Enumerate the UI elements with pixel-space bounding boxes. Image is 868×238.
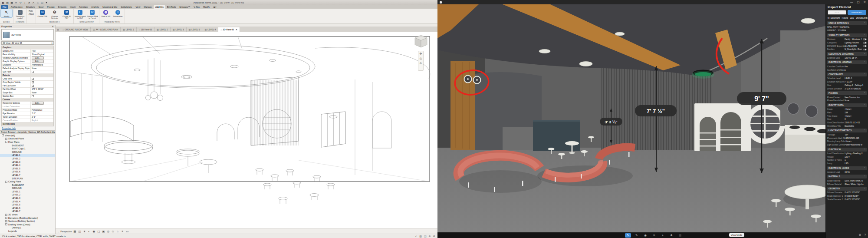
rendering-icon[interactable]: ◉ [92, 230, 95, 233]
analysis-icon[interactable]: ▭ [125, 230, 129, 233]
measure-icon[interactable]: ⌀ [27, 1, 31, 5]
thin-lines-icon[interactable]: ≡ [121, 230, 124, 233]
pan-icon[interactable]: ✥ [420, 52, 422, 56]
view-tab-level-2[interactable]: ▦LEVEL 2 [155, 27, 171, 32]
property-value[interactable]: Perspective [30, 109, 53, 112]
property-value[interactable]: 2' 6" [30, 116, 53, 119]
tree-item-level-4[interactable]: LEVEL 4 [0, 200, 55, 203]
tree-item-level-3[interactable]: LEVEL 3 [0, 160, 55, 164]
settings-icon[interactable]: ⚙ [433, 235, 435, 238]
checkbox-checked[interactable]: ✓ [32, 85, 34, 87]
minimize-icon[interactable]: — [850, 0, 853, 4]
measurement-label[interactable]: 3' 3 ¼" [605, 120, 618, 124]
ribbon-tab-steel[interactable]: Steel [37, 5, 46, 9]
property-value[interactable]: ✓ [30, 77, 53, 80]
create-3d-pdf-button[interactable]: 3DCreate 3D PDF [61, 9, 72, 20]
draw-tool-icon[interactable]: ✎ [625, 233, 631, 238]
inspect-section-light-photometrics[interactable]: LIGHT PHOTOMETRICS⌃ [827, 129, 867, 132]
tree-item-level-2[interactable]: LEVEL 2 [0, 193, 55, 197]
default-3d-view-icon[interactable]: ⌂ [36, 1, 39, 5]
ribbon-tab-precast[interactable]: Precast [45, 5, 56, 9]
tree-item-bsmt-copy-1[interactable]: BSMT Copy 1 [0, 147, 55, 150]
measurement-label[interactable]: 7' 7 ½" [647, 108, 665, 114]
close-icon[interactable]: ✕ [864, 0, 866, 4]
ribbon-tab-insert[interactable]: Insert [68, 5, 77, 9]
tree-item-level-5[interactable]: LEVEL 5 [0, 203, 55, 206]
design-options-icon[interactable]: ◫ [424, 235, 427, 238]
worksets-icon[interactable]: ▧ [419, 235, 422, 238]
inspect-section-electrical-lighting[interactable]: ELECTRICAL LIGHTING⌃ [827, 60, 867, 64]
expand-icon[interactable]: + [5, 217, 7, 219]
view-scale-label[interactable]: Perspective [60, 230, 72, 233]
crop-view-icon[interactable]: ▢ [97, 230, 100, 233]
property-value[interactable] [30, 105, 53, 108]
viewpoint-tool-icon[interactable]: ⌖ [660, 233, 666, 238]
section-icon[interactable]: ◫ [40, 1, 44, 5]
tree-item-drafting-views-detail-[interactable]: -Drafting Views (Detail) [0, 223, 55, 226]
view-tab-level-1[interactable]: ▦LEVEL 1 [121, 27, 137, 32]
inspect-section-phasing[interactable]: PHASING⌃ [827, 91, 867, 95]
collapse-icon[interactable]: - [5, 141, 7, 143]
revit-canvas[interactable]: ✥ ◎ ⊕ [56, 32, 437, 228]
sun-settings-icon[interactable]: ☀ [82, 230, 86, 233]
property-value[interactable] [30, 70, 53, 73]
tree-item-level-6[interactable]: LEVEL 6 [0, 206, 55, 210]
property-value[interactable]: 176' 4 63/64" [30, 88, 53, 91]
ribbon-tab-collaborate[interactable]: Collaborate [119, 5, 134, 9]
settings-gear-icon[interactable]: ⚙ [859, 233, 861, 237]
collapse-icon[interactable]: - [2, 134, 4, 136]
tree-item-3d-views[interactable]: +3D Views [0, 213, 55, 216]
property-value[interactable]: Fine [30, 50, 53, 53]
edit-button[interactable]: Edit... [32, 56, 44, 60]
convert-rfa-to-formit-button[interactable]: RConvert RFA to Formit [87, 9, 98, 20]
scale-chevron-icon[interactable]: ⌄ [57, 230, 59, 233]
tree-item-level-1[interactable]: LEVEL 1 [0, 190, 55, 193]
sun-tool-icon[interactable]: ☀ [651, 233, 657, 238]
ribbon-tab-add-ins[interactable]: Add-Ins [154, 5, 165, 9]
help-icon[interactable]: ? [864, 233, 866, 237]
checkbox-unchecked[interactable] [32, 71, 34, 73]
information-button[interactable]: iInformation [112, 9, 124, 17]
tree-item-level-3[interactable]: LEVEL 3 [0, 196, 55, 200]
ribbon-tab-enscape-[interactable]: Enscape™ [178, 5, 192, 9]
visibility-toggle[interactable] [863, 49, 867, 51]
property-value[interactable]: Explicit [30, 119, 53, 122]
selection-toggle-icon[interactable]: ✓ [415, 235, 417, 238]
tree-item-site-plan[interactable]: SITE PLAN [0, 177, 55, 180]
transmit-a-model-button[interactable]: ↓Transmit a model [14, 9, 26, 20]
ribbon-tab-v-ray[interactable]: V-Ray [192, 5, 201, 9]
ribbon-tab-overflow[interactable]: ▣▾ [211, 5, 218, 9]
layers-tool-icon[interactable]: ❖ [668, 233, 674, 238]
ribbon-tab-systems[interactable]: Systems [56, 5, 69, 9]
navigation-bar[interactable]: ✥ ◎ ⊕ [418, 51, 424, 71]
inspect-section-identity-data[interactable]: IDENTITY DATA⌃ [827, 103, 867, 107]
exclude-options-icon[interactable]: ⊘ [429, 235, 431, 238]
tree-item-floor-plans[interactable]: -Floor Plans [0, 140, 55, 144]
view-tab-level-5[interactable]: ▦LEVEL 5 [187, 27, 203, 32]
ribbon-tab-structure[interactable]: Structure [24, 5, 37, 9]
tree-item-drafting-1[interactable]: Drafting 1 [0, 226, 55, 230]
close-tab-icon[interactable]: ✕ [236, 28, 237, 31]
open-icon[interactable]: ▤ [6, 1, 9, 5]
tree-item-level-7[interactable]: LEVEL 7 [0, 210, 55, 213]
tree-item-ground[interactable]: GROUND [0, 187, 55, 190]
property-value[interactable]: ✓ [30, 81, 53, 84]
view-tab-level-4[interactable]: ▦LEVEL 4 [202, 27, 218, 32]
property-value[interactable]: Architectural [30, 63, 53, 66]
change-settings-button[interactable]: ⚙Change Settings [49, 9, 60, 20]
viewcube[interactable] [413, 33, 429, 49]
edit-button[interactable]: Edit... [32, 102, 44, 105]
tree-item-views-all-[interactable]: -Views (all) [0, 134, 55, 137]
visibility-toggle[interactable] [863, 38, 867, 40]
inspect-section-electrical-circuiting[interactable]: ELECTRICAL CIRCUITING⌃ [827, 52, 867, 56]
ribbon-tab-manage[interactable]: Manage [142, 5, 153, 9]
crop-region-icon[interactable]: ▣ [102, 230, 105, 233]
collapse-icon[interactable]: - [5, 181, 7, 183]
restore-icon[interactable]: ▢ [857, 0, 859, 4]
collapse-icon[interactable]: - [5, 223, 7, 225]
tree-item-level-5[interactable]: LEVEL 5 [0, 167, 55, 170]
tree-item-sections-building-section-[interactable]: +Sections (Building Section) [0, 219, 55, 223]
inspect-section-electrical-loads[interactable]: ELECTRICAL LOADS⌃ [827, 166, 867, 170]
ribbon-tab-annotate[interactable]: Annotate [77, 5, 89, 9]
steering-wheel-icon[interactable]: ◎ [419, 57, 422, 60]
